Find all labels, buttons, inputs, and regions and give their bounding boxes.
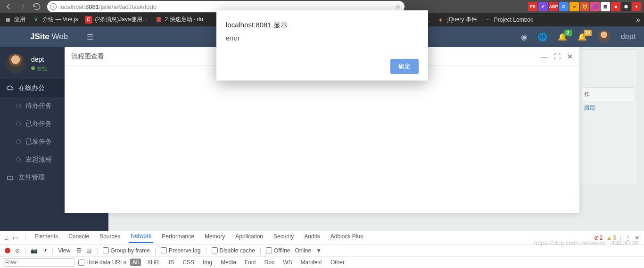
dropdown-icon[interactable]: ▼: [316, 247, 322, 254]
filter-pill[interactable]: Img: [200, 259, 215, 266]
throttling-select[interactable]: Online: [295, 247, 311, 254]
preserve-log-checkbox[interactable]: Preserve log: [161, 247, 200, 254]
filter-pill[interactable]: WS: [281, 259, 294, 266]
dashboard-icon[interactable]: ◉: [521, 32, 528, 41]
sidebar-status: 在线: [31, 65, 47, 72]
ext-icon[interactable]: ABP: [549, 2, 558, 11]
circle-icon: [16, 122, 21, 126]
devtools-tab-security[interactable]: Security: [272, 233, 296, 243]
inspect-element-icon[interactable]: ⟀: [5, 235, 8, 241]
sidebar-item-label: 文件管理: [18, 173, 45, 182]
devtools-tab-audits[interactable]: Audits: [302, 233, 322, 243]
url-port: 8081: [85, 3, 99, 10]
header-username[interactable]: dept: [621, 32, 636, 41]
ext-icon[interactable]: 😺: [580, 2, 589, 11]
badge: 2: [564, 30, 572, 36]
bookmark-link[interactable]: ◈jQuery 事件: [437, 16, 477, 24]
view-label: View:: [58, 247, 72, 254]
circle-icon: [16, 157, 21, 162]
ext-icon[interactable]: ▤: [601, 2, 610, 11]
devtools-tab-elements[interactable]: Elements: [33, 233, 60, 243]
bookmark-link[interactable]: ~Project Lombok: [484, 16, 533, 24]
filter-pill[interactable]: Manifest: [298, 259, 324, 266]
forward-button[interactable]: [17, 1, 28, 12]
bookmark-link[interactable]: C(2条消息)Java使用…: [85, 16, 148, 24]
group-by-frame-checkbox[interactable]: Group by frame: [103, 247, 150, 254]
devtools: ⟀ ▭ | Elements Console Sources Network P…: [0, 231, 644, 268]
sidebar-item-label: 待办任务: [25, 102, 52, 110]
sidebar-username: dept: [31, 56, 47, 63]
bookmarks-overflow[interactable]: »: [636, 16, 640, 24]
reload-button[interactable]: [31, 1, 42, 12]
devtools-tab-performance[interactable]: Performance: [160, 233, 196, 243]
url-path: /jsite/a#/act/task/todo: [99, 3, 157, 10]
back-button[interactable]: [3, 1, 14, 12]
filter-icon[interactable]: ⧩: [42, 247, 47, 254]
cloud-icon: [7, 85, 14, 92]
alert-ok-button[interactable]: 确定: [390, 59, 419, 74]
capture-screenshot-icon[interactable]: 📷: [31, 247, 38, 254]
bookmark-apps[interactable]: ▦应用: [4, 16, 25, 24]
ext-icon[interactable]: 🟪: [590, 2, 600, 11]
sidebar-item-label: 在线办公: [18, 84, 45, 92]
hide-data-urls-checkbox[interactable]: Hide data URLs: [78, 259, 126, 266]
ext-icon[interactable]: ■: [611, 2, 620, 11]
filter-pill[interactable]: Other: [328, 259, 347, 266]
ext-icon[interactable]: G: [559, 2, 569, 11]
bookmark-star-icon[interactable]: ☆: [395, 3, 401, 10]
filter-pill[interactable]: Media: [218, 259, 239, 266]
devtools-tab-sources[interactable]: Sources: [98, 233, 122, 243]
view-large-icon[interactable]: ▤: [86, 247, 91, 254]
close-icon[interactable]: ✕: [567, 53, 573, 60]
ext-icon[interactable]: ✔: [538, 2, 548, 11]
sidebar-item-label: 已发任务: [25, 138, 52, 146]
watermark: https://blog.csdn.net/weixin_40816738: [534, 239, 638, 246]
bell-icon[interactable]: 🔔2: [558, 32, 567, 41]
alert-title: localhost:8081 显示: [226, 21, 419, 30]
ext-icon[interactable]: FE: [528, 2, 537, 11]
table-header-fragment: 作: [582, 88, 634, 101]
ext-icon[interactable]: ∞: [570, 2, 579, 11]
avatar[interactable]: [6, 54, 25, 73]
bell-icon[interactable]: 🔔10: [578, 32, 587, 41]
filter-pill[interactable]: XHR: [145, 259, 161, 266]
globe-icon[interactable]: 🌐: [538, 32, 547, 41]
sidebar-item-label: 已办任务: [25, 120, 52, 128]
site-info-icon[interactable]: i: [50, 3, 57, 10]
devtools-tab-adblock[interactable]: Adblock Plus: [329, 233, 365, 243]
maximize-icon[interactable]: ⛶: [554, 53, 561, 60]
minimize-icon[interactable]: —: [541, 53, 547, 60]
avatar[interactable]: [597, 30, 611, 43]
devtools-tab-memory[interactable]: Memory: [203, 233, 227, 243]
filter-pill[interactable]: Font: [242, 259, 258, 266]
clear-icon[interactable]: ⊘: [15, 247, 20, 254]
bookmark-link[interactable]: V介绍 — Vue.js: [32, 16, 78, 24]
devtools-tab-console[interactable]: Console: [66, 233, 91, 243]
record-icon[interactable]: [5, 248, 10, 253]
bookmark-link[interactable]: 📕2 快速启动 · du: [155, 16, 203, 24]
circle-icon: [16, 104, 21, 108]
folder-icon: [7, 174, 14, 181]
hamburger-icon[interactable]: ☰: [87, 32, 93, 41]
device-toolbar-icon[interactable]: ▭: [13, 235, 18, 241]
devtools-tab-network[interactable]: Network: [129, 233, 153, 243]
panel-title: 流程图查看: [71, 52, 104, 61]
underlying-table-peek: 作 跟踪: [579, 49, 637, 186]
circle-icon: [16, 139, 21, 144]
ext-icon[interactable]: ●: [632, 2, 641, 11]
extension-icons: FE ✔ ABP G ∞ 😺 🟪 ▤ ■ ⬢ ●: [528, 2, 641, 11]
devtools-tab-application[interactable]: Application: [233, 233, 265, 243]
offline-checkbox[interactable]: Offline: [266, 247, 290, 254]
track-link[interactable]: 跟踪: [584, 105, 595, 111]
view-list-icon[interactable]: ☰: [76, 247, 82, 254]
badge: 10: [584, 30, 592, 36]
alert-message: error: [226, 34, 419, 42]
disable-cache-checkbox[interactable]: Disable cache: [212, 247, 255, 254]
filter-pill[interactable]: JS: [165, 259, 176, 266]
filter-pill[interactable]: CSS: [180, 259, 197, 266]
filter-pill-all[interactable]: All: [130, 259, 141, 266]
ext-icon[interactable]: ⬢: [621, 2, 631, 11]
network-filter-input[interactable]: [3, 258, 74, 267]
filter-pill[interactable]: Doc: [262, 259, 277, 266]
js-alert-dialog: localhost:8081 显示 error 确定: [216, 10, 428, 81]
